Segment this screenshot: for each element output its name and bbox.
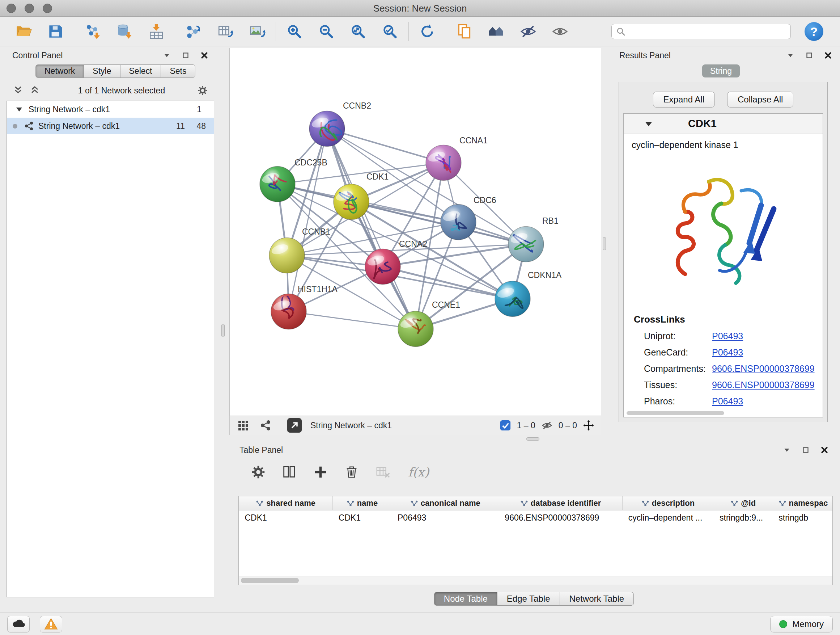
tab-sets[interactable]: Sets: [161, 65, 195, 78]
import-network-from-file-button[interactable]: [83, 22, 103, 41]
hide-selected-button[interactable]: [518, 22, 538, 41]
pan-crosshair-icon[interactable]: [583, 420, 594, 431]
hidden-eye-slash-icon[interactable]: [541, 420, 553, 431]
edge-CCNB2-CCNA1[interactable]: [327, 129, 444, 163]
tab-network-table[interactable]: Network Table: [560, 592, 634, 606]
table-options-button[interactable]: [250, 464, 266, 480]
horizontal-scrollbar[interactable]: [239, 576, 832, 585]
network-node-RB1[interactable]: RB1: [508, 216, 559, 262]
zoom-selected-button[interactable]: [380, 22, 400, 41]
protein-section-header[interactable]: CDK1: [624, 114, 823, 134]
disclosure-triangle-icon[interactable]: [15, 105, 24, 114]
show-all-button[interactable]: [550, 22, 570, 41]
crosslink-link[interactable]: P06493: [712, 396, 743, 407]
collapse-panel-icon[interactable]: [782, 445, 791, 455]
selected-checkbox-icon[interactable]: [500, 420, 511, 431]
tree-row-collection[interactable]: String Network – cdk1 1: [7, 101, 214, 118]
float-panel-icon[interactable]: [801, 445, 810, 455]
zoom-out-button[interactable]: [317, 22, 336, 41]
crosslink-link[interactable]: P06493: [712, 347, 743, 358]
import-table-button[interactable]: [147, 22, 166, 41]
results-scrollbar[interactable]: [627, 411, 724, 415]
collapse-all-networks-icon[interactable]: [30, 86, 40, 96]
tab-string[interactable]: String: [702, 65, 740, 78]
help-button[interactable]: ?: [805, 22, 823, 41]
tab-edge-table[interactable]: Edge Table: [497, 592, 560, 606]
status-bar: Memory: [0, 613, 840, 635]
tree-row-network[interactable]: String Network – cdk1 11 48: [7, 118, 214, 134]
delete-column-button[interactable]: [344, 464, 360, 480]
table-cell: CDK1: [239, 510, 333, 525]
column-header-shared-name[interactable]: shared name: [239, 496, 333, 510]
crosslink-link[interactable]: P06493: [712, 331, 743, 341]
import-network-from-database-button[interactable]: [115, 22, 134, 41]
tab-select[interactable]: Select: [120, 65, 161, 78]
collapse-panel-icon[interactable]: [786, 51, 795, 60]
network-node-CCNB1[interactable]: CCNB1: [269, 227, 330, 273]
network-node-CDC25B[interactable]: CDC25B: [260, 158, 327, 202]
network-node-CDK1[interactable]: CDK1: [333, 172, 388, 220]
copy-button[interactable]: [455, 22, 474, 41]
column-header-description[interactable]: description: [622, 496, 714, 510]
apply-layout-button[interactable]: [417, 22, 437, 41]
current-network-indicator: [13, 124, 17, 128]
crosslink-link[interactable]: 9606.ENSP00000378699: [712, 380, 815, 390]
import-table-icon: [148, 23, 165, 40]
column-header-canonical-name[interactable]: canonical name: [392, 496, 499, 510]
tab-style[interactable]: Style: [84, 65, 120, 78]
network-options-button[interactable]: [197, 85, 208, 96]
collapse-panel-icon[interactable]: [162, 51, 172, 60]
close-panel-icon[interactable]: [820, 445, 829, 455]
cloud-status-button[interactable]: [7, 616, 30, 632]
grid-view-icon[interactable]: [237, 419, 249, 432]
network-view-icon[interactable]: [259, 419, 272, 432]
create-column-button[interactable]: [313, 464, 328, 480]
float-panel-icon[interactable]: [805, 51, 814, 60]
column-header-namespac[interactable]: namespac: [773, 496, 833, 510]
section-disclosure-icon[interactable]: [644, 119, 653, 128]
show-columns-button[interactable]: [281, 464, 297, 480]
search-box[interactable]: [611, 24, 791, 39]
open-session-button[interactable]: [14, 22, 33, 41]
network-view[interactable]: CCNB2CCNA1CDC25BCDK1CDC6RB1CCNB1CCNA2CDK…: [229, 48, 601, 416]
table-row[interactable]: CDK1CDK1P064939606.ENSP00000378699cyclin…: [239, 510, 833, 525]
left-splitter-handle[interactable]: [221, 324, 225, 337]
network-node-CDC6[interactable]: CDC6: [441, 195, 496, 240]
trash-icon: [344, 464, 360, 480]
column-header--id[interactable]: @id: [714, 496, 773, 510]
zoom-fit-button[interactable]: [348, 22, 368, 41]
bottom-splitter-handle[interactable]: [526, 437, 539, 440]
export-network-button[interactable]: [184, 22, 203, 41]
close-panel-icon[interactable]: [823, 51, 833, 60]
export-image-button[interactable]: [248, 22, 267, 41]
edge-CCNB2-CCNE1[interactable]: [327, 129, 416, 329]
expand-all-networks-icon[interactable]: [13, 86, 23, 96]
network-node-CCNE1[interactable]: CCNE1: [398, 300, 460, 347]
search-input[interactable]: [629, 27, 786, 36]
scrollbar-thumb[interactable]: [241, 578, 299, 583]
houses-icon: [488, 23, 505, 40]
function-builder-button[interactable]: f(x): [408, 465, 429, 479]
expand-all-button[interactable]: Expand All: [653, 92, 715, 108]
detach-view-button[interactable]: [287, 418, 302, 432]
column-header-name[interactable]: name: [333, 496, 392, 510]
tab-node-table[interactable]: Node Table: [434, 592, 497, 606]
show-neighbors-button[interactable]: [486, 22, 506, 41]
save-session-button[interactable]: [46, 22, 65, 41]
crosslink-link[interactable]: 9606.ENSP00000378699: [712, 363, 815, 374]
memory-button[interactable]: Memory: [770, 616, 833, 632]
edge-CCNE1-HIST1H1A[interactable]: [289, 312, 416, 329]
zoom-in-button[interactable]: [285, 22, 304, 41]
column-header-database-identifier[interactable]: database identifier: [499, 496, 622, 510]
warnings-button[interactable]: [40, 616, 62, 632]
network-canvas[interactable]: CCNB2CCNA1CDC25BCDK1CDC6RB1CCNB1CCNA2CDK…: [230, 48, 601, 416]
table-toolbar: f(x): [250, 462, 836, 482]
collapse-all-button[interactable]: Collapse All: [727, 92, 793, 108]
network-node-CDKN1A[interactable]: CDKN1A: [495, 271, 562, 317]
float-panel-icon[interactable]: [181, 51, 190, 60]
close-panel-icon[interactable]: [200, 51, 209, 60]
tab-network[interactable]: Network: [35, 65, 84, 78]
network-node-HIST1H1A[interactable]: HIST1H1A: [271, 285, 338, 329]
export-table-button[interactable]: [216, 22, 235, 41]
network-node-CCNA1[interactable]: CCNA1: [426, 136, 488, 181]
